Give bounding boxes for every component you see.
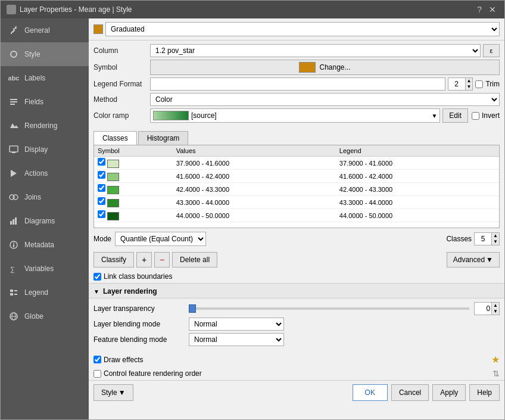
globe-icon — [8, 310, 20, 322]
close-window-button[interactable]: ✕ — [487, 5, 498, 14]
row-checkbox-4[interactable] — [98, 210, 105, 218]
transparency-value-input[interactable] — [475, 304, 491, 313]
color-ramp-edit-button[interactable]: Edit — [442, 108, 468, 123]
sidebar-item-fields[interactable]: Fields — [1, 90, 89, 114]
color-ramp-select[interactable]: [source] ▼ — [150, 108, 440, 123]
row-checkbox-1[interactable] — [98, 171, 105, 179]
classify-button[interactable]: Classify — [93, 252, 134, 267]
layer-rendering-header[interactable]: ▼ Layer rendering — [89, 283, 504, 298]
row-color-swatch-3 — [107, 199, 119, 207]
sidebar-item-general[interactable]: General — [1, 18, 89, 42]
classes-up-button[interactable]: ▲ — [491, 233, 499, 239]
sidebar-item-metadata[interactable]: Metadata — [1, 233, 89, 257]
sidebar-item-display[interactable]: Display — [1, 138, 89, 161]
classes-table-wrapper: Symbol Values Legend 37.9000 - 41.6000 3… — [93, 145, 500, 228]
invert-checkbox[interactable] — [472, 112, 479, 120]
precision-up-button[interactable]: ▲ — [465, 78, 473, 84]
svg-rect-13 — [13, 244, 14, 247]
sidebar-item-variables[interactable]: ∑ Variables — [1, 257, 89, 281]
style-button[interactable]: Style ▼ — [93, 384, 133, 401]
trim-checkbox[interactable] — [475, 80, 483, 88]
slider-thumb[interactable] — [189, 304, 196, 313]
row-checkbox-3[interactable] — [98, 197, 105, 205]
layer-rendering-title: Layer rendering — [103, 287, 157, 295]
sidebar-item-actions[interactable]: Actions — [1, 161, 89, 185]
sidebar-fields-label: Fields — [24, 98, 43, 106]
star-icon[interactable]: ★ — [491, 354, 500, 365]
main-window: Layer Properties - Mean age | Style ? ✕ … — [0, 0, 505, 420]
apply-button[interactable]: Apply — [432, 384, 466, 401]
renderer-type-select[interactable]: Graduated — [105, 22, 500, 36]
feature-blend-row: Feature blending mode Normal — [93, 333, 500, 346]
control-rendering-checkbox[interactable] — [93, 370, 101, 378]
row-color-swatch-2 — [107, 186, 119, 194]
color-ramp-row: Color ramp [source] ▼ Edit Invert — [93, 108, 500, 123]
transparency-value-group: ▲ ▼ — [474, 302, 500, 315]
abc-icon: abc — [8, 72, 20, 84]
tabs-area: Classes Histogram — [89, 129, 504, 145]
row-values-0: 37.9000 - 41.6000 — [173, 157, 336, 170]
content-panel: Graduated Column 1.2 pov_star ε Symbol — [89, 18, 504, 419]
symbol-change-label: Change... — [319, 63, 350, 71]
add-class-button[interactable]: + — [136, 252, 152, 267]
col-symbol: Symbol — [94, 145, 173, 157]
link-boundaries-checkbox[interactable] — [93, 273, 101, 281]
layer-blend-select[interactable]: Normal — [189, 318, 284, 331]
tab-histogram[interactable]: Histogram — [138, 131, 189, 145]
tab-classes[interactable]: Classes — [93, 131, 137, 145]
sidebar-actions-label: Actions — [24, 169, 48, 178]
sidebar-item-labels[interactable]: abc Labels — [1, 66, 89, 90]
control-rendering-left: Control feature rendering order — [93, 369, 202, 378]
sidebar-item-joins[interactable]: Joins — [1, 185, 89, 209]
cancel-button[interactable]: Cancel — [391, 384, 429, 401]
info-icon — [8, 239, 20, 251]
sidebar-item-legend[interactable]: Legend — [1, 281, 89, 304]
action-buttons-left: Classify + − Delete all — [93, 252, 217, 267]
trim-row: Trim — [475, 80, 500, 88]
remove-class-button[interactable]: − — [154, 252, 170, 267]
ok-button[interactable]: OK — [353, 384, 388, 401]
symbol-change-button[interactable]: Change... — [150, 60, 500, 75]
sidebar-item-diagrams[interactable]: Diagrams — [1, 209, 89, 233]
draw-effects-checkbox[interactable] — [93, 356, 101, 363]
sort-icon[interactable]: ⇅ — [492, 369, 500, 378]
transparency-spinners: ▲ ▼ — [491, 303, 499, 315]
sidebar-item-rendering[interactable]: Rendering — [1, 114, 89, 138]
link-boundaries-label: Link class boundaries — [93, 272, 500, 281]
help-button[interactable]: Help — [469, 384, 500, 401]
row-checkbox-0[interactable] — [98, 158, 105, 166]
row-color-swatch-1 — [107, 173, 119, 181]
svg-point-14 — [13, 242, 14, 244]
legend-format-input[interactable]: %1 - %2 — [150, 77, 445, 91]
advanced-group: Advanced ▼ — [447, 252, 500, 267]
sidebar-item-style[interactable]: Style — [1, 42, 89, 66]
row-checkbox-2[interactable] — [98, 184, 105, 192]
sidebar-display-label: Display — [24, 145, 48, 154]
sidebar-general-label: General — [24, 26, 50, 35]
help-window-button[interactable]: ? — [475, 5, 484, 14]
svg-point-8 — [13, 195, 18, 200]
sidebar-item-globe[interactable]: Globe — [1, 304, 89, 328]
feature-blend-select[interactable]: Normal — [189, 333, 284, 346]
epsilon-button[interactable]: ε — [483, 44, 500, 57]
mode-select[interactable]: Quantile (Equal Count) — [115, 232, 206, 246]
advanced-arrow: ▼ — [486, 256, 493, 264]
app-icon — [7, 5, 16, 14]
titlebar-controls: ? ✕ — [475, 5, 498, 14]
titlebar-left: Layer Properties - Mean age | Style — [7, 5, 132, 14]
layer-blend-label: Layer blending mode — [93, 320, 189, 328]
classes-down-button[interactable]: ▼ — [491, 239, 499, 245]
svg-rect-4 — [10, 146, 18, 152]
transparency-down-button[interactable]: ▼ — [491, 309, 499, 315]
precision-down-button[interactable]: ▼ — [465, 84, 473, 90]
precision-value[interactable] — [448, 79, 465, 89]
advanced-button[interactable]: Advanced ▼ — [447, 252, 500, 267]
classes-value[interactable] — [475, 234, 491, 244]
layer-blend-row: Layer blending mode Normal — [93, 318, 500, 331]
method-select[interactable]: Color — [150, 93, 500, 106]
transparency-up-button[interactable]: ▲ — [491, 303, 499, 309]
column-select[interactable]: 1.2 pov_star — [150, 44, 481, 57]
symbol-label: Symbol — [93, 63, 150, 71]
precision-spinner: ▲ ▼ — [448, 77, 473, 91]
delete-all-button[interactable]: Delete all — [172, 252, 217, 267]
